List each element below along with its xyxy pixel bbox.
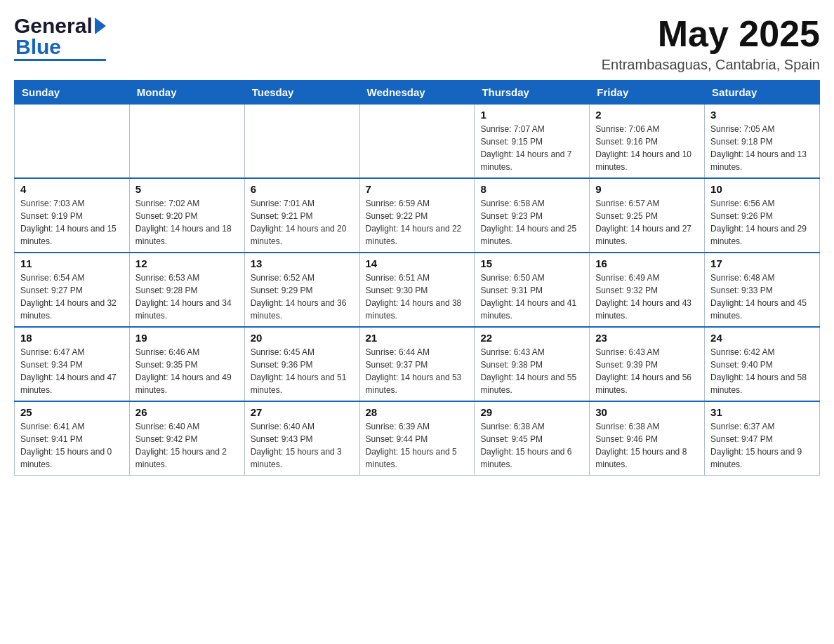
calendar-cell: 14Sunrise: 6:51 AM Sunset: 9:30 PM Dayli… (359, 253, 475, 327)
day-number: 20 (251, 332, 354, 344)
calendar-cell (129, 105, 244, 179)
day-info: Sunrise: 6:40 AM Sunset: 9:43 PM Dayligh… (251, 420, 354, 471)
day-number: 26 (135, 406, 239, 418)
calendar-cell: 26Sunrise: 6:40 AM Sunset: 9:42 PM Dayli… (129, 401, 244, 476)
day-info: Sunrise: 6:42 AM Sunset: 9:40 PM Dayligh… (710, 346, 814, 396)
calendar-cell: 12Sunrise: 6:53 AM Sunset: 9:28 PM Dayli… (129, 253, 244, 327)
weekday-header-monday: Monday (129, 81, 244, 105)
calendar-cell: 17Sunrise: 6:48 AM Sunset: 9:33 PM Dayli… (705, 253, 820, 327)
calendar-cell: 3Sunrise: 7:05 AM Sunset: 9:18 PM Daylig… (705, 105, 820, 179)
day-number: 21 (366, 332, 469, 344)
calendar-cell: 22Sunrise: 6:43 AM Sunset: 9:38 PM Dayli… (475, 327, 590, 401)
calendar-cell: 4Sunrise: 7:03 AM Sunset: 9:19 PM Daylig… (15, 178, 130, 253)
day-number: 8 (480, 183, 583, 195)
day-number: 4 (20, 183, 124, 195)
day-info: Sunrise: 6:49 AM Sunset: 9:32 PM Dayligh… (595, 271, 699, 322)
day-number: 1 (480, 109, 583, 121)
day-number: 24 (710, 332, 814, 344)
day-info: Sunrise: 6:39 AM Sunset: 9:44 PM Dayligh… (366, 420, 469, 471)
week-row-5: 25Sunrise: 6:41 AM Sunset: 9:41 PM Dayli… (15, 401, 820, 476)
day-info: Sunrise: 6:58 AM Sunset: 9:23 PM Dayligh… (480, 197, 583, 248)
calendar-cell: 28Sunrise: 6:39 AM Sunset: 9:44 PM Dayli… (359, 401, 475, 476)
calendar-cell: 13Sunrise: 6:52 AM Sunset: 9:29 PM Dayli… (244, 253, 359, 327)
day-number: 17 (710, 257, 814, 269)
day-info: Sunrise: 7:06 AM Sunset: 9:16 PM Dayligh… (595, 123, 699, 173)
day-info: Sunrise: 6:51 AM Sunset: 9:30 PM Dayligh… (366, 271, 469, 322)
page-header: General Blue May 2025 Entrambasaguas, Ca… (14, 14, 820, 73)
weekday-header-thursday: Thursday (475, 81, 590, 105)
month-year-title: May 2025 (602, 14, 820, 54)
day-info: Sunrise: 6:37 AM Sunset: 9:47 PM Dayligh… (710, 420, 814, 471)
day-number: 6 (251, 183, 354, 195)
calendar-cell: 20Sunrise: 6:45 AM Sunset: 9:36 PM Dayli… (244, 327, 359, 401)
day-info: Sunrise: 6:44 AM Sunset: 9:37 PM Dayligh… (366, 346, 469, 396)
weekday-header-sunday: Sunday (15, 81, 130, 105)
calendar-cell: 23Sunrise: 6:43 AM Sunset: 9:39 PM Dayli… (590, 327, 705, 401)
day-number: 13 (251, 257, 354, 269)
calendar-cell: 8Sunrise: 6:58 AM Sunset: 9:23 PM Daylig… (475, 178, 590, 253)
day-number: 30 (595, 406, 699, 418)
calendar-cell (244, 105, 359, 179)
week-row-1: 1Sunrise: 7:07 AM Sunset: 9:15 PM Daylig… (15, 105, 820, 179)
day-info: Sunrise: 6:57 AM Sunset: 9:25 PM Dayligh… (595, 197, 699, 248)
day-number: 31 (710, 406, 814, 418)
logo-underline (14, 59, 106, 61)
calendar-cell: 1Sunrise: 7:07 AM Sunset: 9:15 PM Daylig… (475, 105, 590, 179)
calendar-cell: 27Sunrise: 6:40 AM Sunset: 9:43 PM Dayli… (244, 401, 359, 476)
day-number: 12 (135, 257, 239, 269)
day-number: 29 (480, 406, 583, 418)
weekday-header-friday: Friday (590, 81, 705, 105)
day-info: Sunrise: 6:50 AM Sunset: 9:31 PM Dayligh… (480, 271, 583, 322)
day-info: Sunrise: 6:40 AM Sunset: 9:42 PM Dayligh… (135, 420, 239, 471)
day-number: 5 (135, 183, 239, 195)
day-info: Sunrise: 6:47 AM Sunset: 9:34 PM Dayligh… (20, 346, 124, 396)
calendar-cell: 18Sunrise: 6:47 AM Sunset: 9:34 PM Dayli… (15, 327, 130, 401)
day-info: Sunrise: 6:56 AM Sunset: 9:26 PM Dayligh… (710, 197, 814, 248)
calendar-cell: 19Sunrise: 6:46 AM Sunset: 9:35 PM Dayli… (129, 327, 244, 401)
day-number: 25 (20, 406, 124, 418)
day-info: Sunrise: 6:46 AM Sunset: 9:35 PM Dayligh… (135, 346, 239, 396)
logo-arrow-icon (95, 18, 106, 34)
calendar-cell: 10Sunrise: 6:56 AM Sunset: 9:26 PM Dayli… (705, 178, 820, 253)
day-info: Sunrise: 6:41 AM Sunset: 9:41 PM Dayligh… (20, 420, 124, 471)
calendar-cell (15, 105, 130, 179)
day-info: Sunrise: 6:59 AM Sunset: 9:22 PM Dayligh… (366, 197, 469, 248)
day-info: Sunrise: 6:43 AM Sunset: 9:39 PM Dayligh… (595, 346, 699, 396)
location-text: Entrambasaguas, Cantabria, Spain (602, 57, 820, 73)
day-number: 16 (595, 257, 699, 269)
day-number: 18 (20, 332, 124, 344)
calendar-cell (359, 105, 475, 179)
weekday-header-row: SundayMondayTuesdayWednesdayThursdayFrid… (15, 81, 820, 105)
calendar-cell: 11Sunrise: 6:54 AM Sunset: 9:27 PM Dayli… (15, 253, 130, 327)
day-number: 19 (135, 332, 239, 344)
calendar-cell: 31Sunrise: 6:37 AM Sunset: 9:47 PM Dayli… (705, 401, 820, 476)
week-row-3: 11Sunrise: 6:54 AM Sunset: 9:27 PM Dayli… (15, 253, 820, 327)
day-number: 11 (20, 257, 124, 269)
calendar-cell: 24Sunrise: 6:42 AM Sunset: 9:40 PM Dayli… (705, 327, 820, 401)
day-info: Sunrise: 6:43 AM Sunset: 9:38 PM Dayligh… (480, 346, 583, 396)
day-number: 22 (480, 332, 583, 344)
day-number: 14 (366, 257, 469, 269)
day-number: 2 (595, 109, 699, 121)
calendar-cell: 21Sunrise: 6:44 AM Sunset: 9:37 PM Dayli… (359, 327, 475, 401)
logo-blue-text: Blue (15, 35, 61, 59)
day-number: 28 (366, 406, 469, 418)
calendar-cell: 9Sunrise: 6:57 AM Sunset: 9:25 PM Daylig… (590, 178, 705, 253)
day-info: Sunrise: 7:07 AM Sunset: 9:15 PM Dayligh… (480, 123, 583, 173)
week-row-4: 18Sunrise: 6:47 AM Sunset: 9:34 PM Dayli… (15, 327, 820, 401)
day-info: Sunrise: 6:52 AM Sunset: 9:29 PM Dayligh… (251, 271, 354, 322)
calendar-cell: 25Sunrise: 6:41 AM Sunset: 9:41 PM Dayli… (15, 401, 130, 476)
calendar-cell: 7Sunrise: 6:59 AM Sunset: 9:22 PM Daylig… (359, 178, 475, 253)
day-number: 10 (710, 183, 814, 195)
day-info: Sunrise: 6:54 AM Sunset: 9:27 PM Dayligh… (20, 271, 124, 322)
weekday-header-tuesday: Tuesday (244, 81, 359, 105)
calendar-table: SundayMondayTuesdayWednesdayThursdayFrid… (14, 80, 820, 476)
weekday-header-wednesday: Wednesday (359, 81, 475, 105)
calendar-cell: 6Sunrise: 7:01 AM Sunset: 9:21 PM Daylig… (244, 178, 359, 253)
calendar-cell: 30Sunrise: 6:38 AM Sunset: 9:46 PM Dayli… (590, 401, 705, 476)
day-number: 23 (595, 332, 699, 344)
calendar-cell: 2Sunrise: 7:06 AM Sunset: 9:16 PM Daylig… (590, 105, 705, 179)
day-info: Sunrise: 7:03 AM Sunset: 9:19 PM Dayligh… (20, 197, 124, 248)
calendar-cell: 29Sunrise: 6:38 AM Sunset: 9:45 PM Dayli… (475, 401, 590, 476)
day-number: 3 (710, 109, 814, 121)
